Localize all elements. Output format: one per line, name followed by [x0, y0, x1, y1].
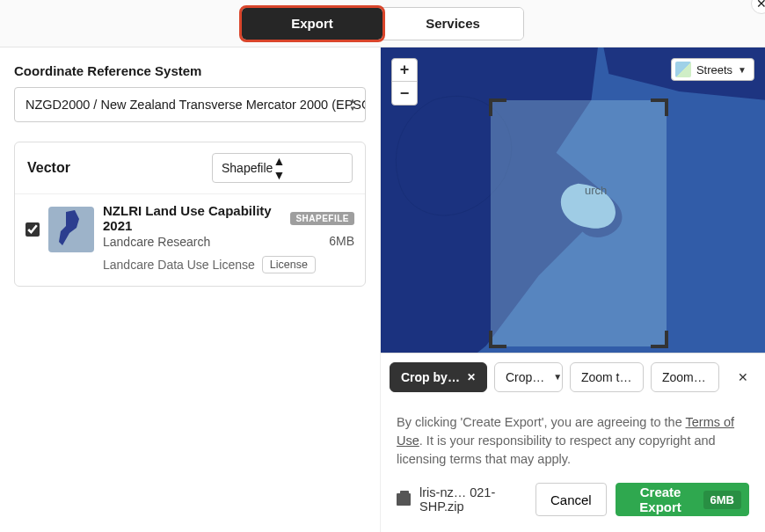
- create-export-label: Create Export: [630, 485, 691, 514]
- crop-label: Crop…: [506, 370, 544, 384]
- crop-rectangle[interactable]: [491, 100, 667, 346]
- create-export-button[interactable]: Create Export 6MB: [616, 483, 749, 516]
- zoom-to-label: Zoom t…: [581, 370, 632, 384]
- crop-handle-tl[interactable]: [489, 98, 506, 116]
- cancel-button[interactable]: Cancel: [536, 483, 607, 516]
- crs-value: NZGD2000 / New Zealand Transverse Mercat…: [26, 98, 366, 112]
- toolbar-close-button[interactable]: ✕: [730, 364, 756, 390]
- dataset-publisher: Landcare Research: [103, 235, 210, 249]
- zip-filename: lris-nz… 021-SHP.zip: [419, 485, 527, 514]
- zoom-to-button[interactable]: Zoom t…: [570, 362, 644, 392]
- crop-handle-tr[interactable]: [651, 98, 668, 116]
- chevron-down-icon: ▼: [738, 65, 747, 75]
- updown-icon: ▲▼: [349, 97, 356, 113]
- basemap-select[interactable]: Streets ▼: [671, 58, 754, 81]
- basemap-thumb-icon: [675, 62, 691, 77]
- create-export-size: 6MB: [703, 491, 741, 509]
- zoom-control: + −: [391, 58, 418, 106]
- close-icon[interactable]: ✕: [751, 0, 765, 14]
- format-select[interactable]: Shapefile ▲▼: [212, 153, 353, 183]
- map-toolbar: Crop by… ✕ Crop… ▼ Zoom t… Zoom… ✕: [381, 353, 765, 401]
- license-button[interactable]: License: [262, 256, 316, 273]
- tabs-bar: Export Services ✕: [0, 0, 765, 47]
- tab-export[interactable]: Export: [242, 8, 382, 40]
- vector-card: Vector Shapefile ▲▼ NZLRI Land Use Capab…: [14, 142, 366, 287]
- dataset-license-text: Landcare Data Use License: [103, 258, 255, 272]
- zoom-out-button[interactable]: −: [392, 82, 417, 105]
- zoom-label: Zoom…: [662, 370, 706, 384]
- updown-icon: ▲▼: [273, 154, 285, 182]
- dataset-thumbnail: [48, 207, 94, 252]
- format-badge: SHAPEFILE: [290, 212, 354, 225]
- dataset-title: NZLRI Land Use Capability 2021: [103, 203, 283, 233]
- crop-handle-bl[interactable]: [489, 331, 506, 348]
- vector-title: Vector: [27, 160, 70, 176]
- crs-select[interactable]: NZGD2000 / New Zealand Transverse Mercat…: [14, 87, 366, 122]
- chevron-down-icon: ▼: [553, 372, 562, 382]
- export-footer: By clicking 'Create Export', you are agr…: [381, 401, 765, 532]
- crop-dropdown[interactable]: Crop… ▼: [494, 362, 563, 392]
- crop-by-label: Crop by…: [401, 370, 460, 384]
- basemap-label: Streets: [696, 63, 732, 77]
- format-value: Shapefile: [222, 161, 273, 175]
- crop-by-button[interactable]: Crop by… ✕: [390, 362, 487, 392]
- map[interactable]: urch + − Streets ▼: [381, 47, 765, 353]
- tab-services[interactable]: Services: [382, 8, 523, 40]
- close-icon[interactable]: ✕: [467, 371, 476, 383]
- terms-text: By clicking 'Create Export', you are agr…: [397, 413, 749, 469]
- crs-label: Coordinate Reference System: [14, 63, 366, 78]
- zoom-dropdown[interactable]: Zoom…: [651, 362, 719, 392]
- dataset-size: 6MB: [329, 234, 354, 248]
- export-options-panel: Coordinate Reference System NZGD2000 / N…: [0, 47, 380, 532]
- zoom-in-button[interactable]: +: [392, 59, 417, 82]
- archive-icon: [397, 493, 411, 506]
- dataset-checkbox[interactable]: [26, 222, 40, 237]
- crop-handle-br[interactable]: [651, 331, 668, 348]
